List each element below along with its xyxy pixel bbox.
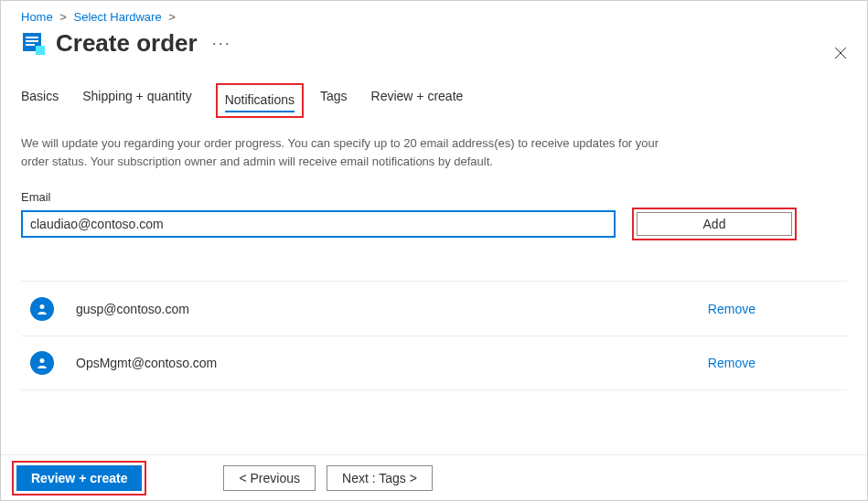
next-button[interactable]: Next : Tags > — [327, 465, 433, 491]
tab-review[interactable]: Review + create — [371, 83, 464, 118]
breadcrumb: Home > Select Hardware > — [21, 10, 847, 24]
email-row: Add — [21, 208, 847, 240]
email-input[interactable] — [21, 210, 616, 238]
close-icon[interactable] — [834, 45, 847, 64]
page-title: Create order — [56, 29, 198, 58]
tab-basics[interactable]: Basics — [21, 83, 59, 118]
svg-rect-2 — [26, 40, 38, 42]
tab-shipping[interactable]: Shipping + quantity — [82, 83, 191, 118]
add-button[interactable]: Add — [637, 212, 792, 236]
tabs: Basics Shipping + quantity Notifications… — [21, 83, 847, 118]
description-text: We will update you regarding your order … — [21, 134, 680, 170]
breadcrumb-select-hardware[interactable]: Select Hardware — [74, 10, 162, 24]
remove-link[interactable]: Remove — [708, 356, 755, 370]
user-icon — [30, 297, 54, 321]
recipient-email: OpsMgmt@contoso.com — [76, 356, 708, 370]
user-icon — [30, 351, 54, 375]
page-header: Create order ··· — [21, 29, 847, 58]
breadcrumb-sep: > — [59, 10, 67, 24]
previous-button[interactable]: < Previous — [223, 465, 316, 491]
breadcrumb-sep: > — [168, 10, 176, 24]
list-item: OpsMgmt@contoso.com Remove — [21, 336, 847, 390]
tab-tags[interactable]: Tags — [320, 83, 348, 118]
tab-notifications-highlight: Notifications — [216, 83, 304, 118]
remove-link[interactable]: Remove — [708, 302, 755, 316]
recipient-email: gusp@contoso.com — [76, 302, 708, 316]
svg-point-7 — [40, 304, 45, 309]
more-menu[interactable]: ··· — [212, 34, 231, 53]
order-icon — [21, 31, 47, 57]
svg-rect-4 — [36, 46, 45, 55]
svg-point-8 — [40, 358, 45, 363]
recipient-list: gusp@contoso.com Remove OpsMgmt@contoso.… — [21, 281, 847, 390]
footer: Review + create < Previous Next : Tags > — [1, 454, 867, 500]
breadcrumb-home[interactable]: Home — [21, 10, 53, 24]
review-create-button[interactable]: Review + create — [16, 465, 142, 491]
email-label: Email — [21, 190, 847, 204]
add-button-highlight: Add — [632, 208, 797, 240]
svg-rect-1 — [26, 37, 38, 38]
tab-notifications[interactable]: Notifications — [225, 89, 295, 112]
svg-rect-3 — [26, 44, 35, 46]
list-item: gusp@contoso.com Remove — [21, 281, 847, 336]
review-create-highlight: Review + create — [12, 461, 146, 496]
